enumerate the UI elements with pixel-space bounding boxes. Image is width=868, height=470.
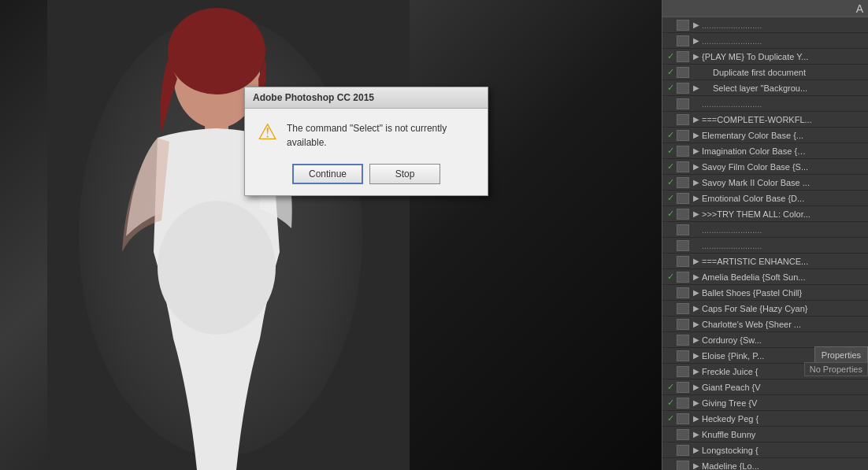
action-checkbox[interactable] <box>677 20 689 31</box>
expand-arrow-icon[interactable]: ▶ <box>691 131 702 139</box>
action-item[interactable]: ▶Ballet Shoes {Pastel Chill} <box>662 285 868 301</box>
action-item[interactable]: ✓Duplicate first document <box>662 65 868 80</box>
expand-arrow-icon[interactable]: ▶ <box>691 446 702 454</box>
action-item[interactable]: ▶===ARTISTIC ENHANCE... <box>662 254 868 269</box>
action-checkbox[interactable] <box>677 224 689 235</box>
expand-arrow-icon[interactable]: ▶ <box>691 430 702 439</box>
expand-arrow-icon[interactable]: ▶ <box>691 304 702 313</box>
action-item[interactable]: ▶Caps For Sale {Hazy Cyan} <box>662 301 868 316</box>
action-item[interactable]: ✓▶Savoy Mark II Color Base ... <box>662 175 868 191</box>
action-item[interactable]: ......................... <box>662 222 868 238</box>
expand-arrow-icon[interactable]: ▶ <box>691 367 702 376</box>
action-label: Amelia Bedelia {Soft Sun... <box>702 272 868 282</box>
expand-arrow-icon[interactable]: ▶ <box>691 146 702 155</box>
action-checkbox[interactable] <box>677 303 689 314</box>
action-checkbox[interactable] <box>677 256 689 267</box>
expand-arrow-icon[interactable]: ▶ <box>691 272 702 281</box>
expand-arrow-icon[interactable]: ▶ <box>691 36 702 45</box>
checkmark-icon: ✓ <box>664 193 677 203</box>
action-checkbox[interactable] <box>677 114 689 125</box>
action-item[interactable]: ✓▶Savoy Film Color Base {S... <box>662 159 868 175</box>
action-checkbox[interactable] <box>677 429 689 440</box>
action-checkbox[interactable] <box>677 366 689 377</box>
no-properties-panel: No Properties <box>804 362 868 376</box>
action-checkbox[interactable] <box>677 350 689 361</box>
checkmark-icon: ✓ <box>664 130 677 140</box>
action-item[interactable]: ▶......................... <box>662 17 868 33</box>
expand-arrow-icon[interactable]: ▶ <box>691 288 702 297</box>
expand-arrow-icon[interactable]: ▶ <box>691 320 702 328</box>
action-item[interactable]: ▶Longstocking { <box>662 442 868 458</box>
action-checkbox[interactable] <box>677 398 689 409</box>
action-checkbox[interactable] <box>677 445 689 456</box>
action-checkbox[interactable] <box>677 272 689 283</box>
action-checkbox[interactable] <box>677 98 689 109</box>
expand-arrow-icon[interactable]: ▶ <box>691 52 702 61</box>
action-item[interactable]: ▶Madeline {Lo... <box>662 458 868 470</box>
action-item[interactable]: ......................... <box>662 96 868 112</box>
action-checkbox[interactable] <box>677 193 689 204</box>
action-item[interactable]: ▶Charlotte's Web {Sheer ... <box>662 316 868 332</box>
checkmark-icon: ✓ <box>664 51 677 61</box>
continue-button[interactable]: Continue <box>292 164 363 184</box>
expand-arrow-icon[interactable]: ▶ <box>691 209 702 218</box>
action-item[interactable]: ▶Knuffle Bunny <box>662 427 868 442</box>
action-item[interactable]: ✓▶>>>TRY THEM ALL: Color... <box>662 206 868 222</box>
action-item[interactable]: ✓▶Imagination Color Base {… <box>662 143 868 159</box>
action-checkbox[interactable] <box>677 83 689 94</box>
photo-background <box>0 0 662 470</box>
expand-arrow-icon[interactable]: ▶ <box>691 162 702 171</box>
expand-arrow-icon[interactable]: ▶ <box>691 414 702 423</box>
action-item[interactable]: ✓▶Amelia Bedelia {Soft Sun... <box>662 269 868 285</box>
action-item[interactable]: ✓▶Giant Peach {V <box>662 379 868 395</box>
expand-arrow-icon[interactable]: ▶ <box>691 20 702 29</box>
expand-arrow-icon[interactable]: ▶ <box>691 335 702 344</box>
action-item[interactable]: ▶Corduroy {Sw... <box>662 332 868 348</box>
checkmark-icon: ✓ <box>664 209 677 219</box>
expand-arrow-icon[interactable]: ▶ <box>691 383 702 391</box>
expand-arrow-icon[interactable]: ▶ <box>691 351 702 360</box>
action-item[interactable]: ▶===COMPLETE-WORKFL... <box>662 112 868 128</box>
action-checkbox[interactable] <box>677 161 689 172</box>
action-checkbox[interactable] <box>677 177 689 188</box>
dialog-buttons: Continue Stop <box>245 157 488 195</box>
action-checkbox[interactable] <box>677 35 689 46</box>
action-checkbox[interactable] <box>677 209 689 220</box>
action-item[interactable]: ▶......................... <box>662 33 868 49</box>
canvas-area: Adobe Photoshop CC 2015 ⚠ The command "S… <box>0 0 662 470</box>
expand-arrow-icon[interactable]: ▶ <box>691 194 702 202</box>
action-item[interactable]: ✓▶{PLAY ME} To Duplicate Y... <box>662 49 868 65</box>
action-checkbox[interactable] <box>677 51 689 62</box>
action-item[interactable]: ✓▶Heckedy Peg { <box>662 411 868 427</box>
dialog-message: The command "Select" is not currently av… <box>287 121 475 150</box>
expand-arrow-icon[interactable]: ▶ <box>691 115 702 124</box>
action-item[interactable]: ✓▶Elementary Color Base {... <box>662 128 868 143</box>
action-item[interactable]: ✓▶Giving Tree {V <box>662 395 868 411</box>
woman-photo <box>47 0 410 470</box>
action-item[interactable]: ✓▶Select layer "Backgrou... <box>662 80 868 96</box>
expand-arrow-icon[interactable]: ▶ <box>691 178 702 187</box>
action-item[interactable]: ✓▶Emotional Color Base {D... <box>662 191 868 206</box>
action-checkbox[interactable] <box>677 287 689 298</box>
action-checkbox[interactable] <box>677 319 689 330</box>
stop-button[interactable]: Stop <box>369 164 440 184</box>
action-checkbox[interactable] <box>677 413 689 424</box>
action-checkbox[interactable] <box>677 240 689 251</box>
action-label: Longstocking { <box>702 446 868 455</box>
checkmark-icon: ✓ <box>664 146 677 156</box>
expand-arrow-icon[interactable]: ▶ <box>691 83 702 92</box>
right-panel: A ▶.........................▶...........… <box>662 0 868 470</box>
expand-arrow-icon[interactable]: ▶ <box>691 257 702 265</box>
dialog-content: ⚠ The command "Select" is not currently … <box>245 109 488 157</box>
action-checkbox[interactable] <box>677 146 689 157</box>
action-checkbox[interactable] <box>677 461 689 471</box>
action-checkbox[interactable] <box>677 382 689 393</box>
action-checkbox[interactable] <box>677 67 689 78</box>
action-checkbox[interactable] <box>677 335 689 346</box>
action-label: Duplicate first document <box>702 68 868 77</box>
action-item[interactable]: ......................... <box>662 238 868 254</box>
actions-list[interactable]: ▶.........................▶.............… <box>662 17 868 470</box>
action-checkbox[interactable] <box>677 130 689 141</box>
expand-arrow-icon[interactable]: ▶ <box>691 398 702 407</box>
expand-arrow-icon[interactable]: ▶ <box>691 461 702 470</box>
